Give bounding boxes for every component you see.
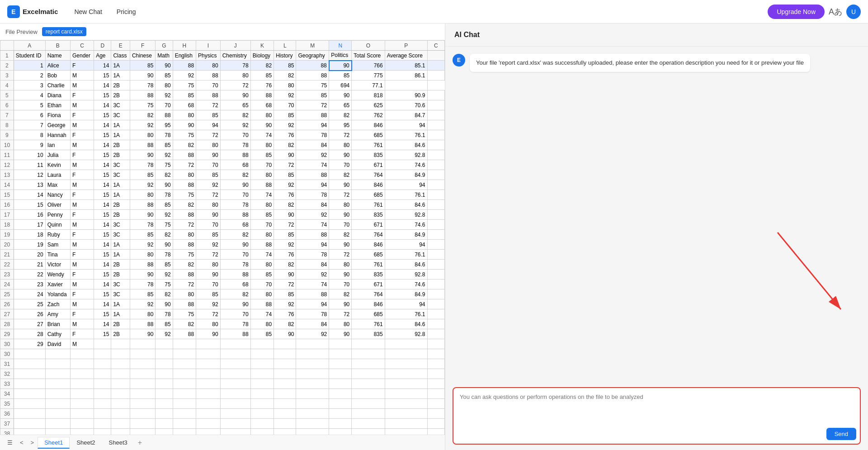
- cell-r27-c14[interactable]: 685: [352, 309, 385, 319]
- cell-r16-c2[interactable]: M: [70, 200, 94, 210]
- cell-r14-c2[interactable]: M: [70, 180, 94, 190]
- empty-cell-r36-c15[interactable]: [385, 409, 427, 419]
- cell-r27-c12[interactable]: 78: [296, 309, 329, 319]
- header-cell-11[interactable]: History: [274, 51, 296, 61]
- cell-r8-c14[interactable]: 846: [352, 120, 385, 130]
- cell-r21-c0[interactable]: 20: [14, 250, 45, 260]
- cell-r25-c9[interactable]: 82: [220, 289, 250, 299]
- cell-r5-c15[interactable]: 90.9: [385, 90, 427, 100]
- empty-cell-r37-c3[interactable]: [94, 419, 111, 429]
- empty-cell-r38-c9[interactable]: [220, 429, 250, 435]
- cell-r16-c4[interactable]: 2B: [111, 200, 130, 210]
- cell-r18-c10[interactable]: 70: [250, 220, 274, 230]
- cell-r16-c10[interactable]: 80: [250, 200, 274, 210]
- cell-r6-c12[interactable]: 72: [296, 100, 329, 110]
- empty-cell-r32-c11[interactable]: [274, 369, 296, 379]
- cell-r20-c10[interactable]: 88: [250, 240, 274, 250]
- cell-r5-c12[interactable]: 85: [296, 90, 329, 100]
- empty-cell-r33-c3[interactable]: [94, 379, 111, 389]
- cell-r9-c6[interactable]: 78: [156, 130, 173, 140]
- cell-r13-c0[interactable]: 12: [14, 170, 45, 180]
- cell-r6-c9[interactable]: 65: [220, 100, 250, 110]
- cell-r4-c6[interactable]: 80: [156, 81, 173, 90]
- cell-r10-c4[interactable]: 2B: [111, 140, 130, 150]
- cell-r25-c2[interactable]: F: [70, 289, 94, 299]
- empty-cell-r33-c15[interactable]: [385, 379, 427, 389]
- cell-r5-c7[interactable]: 85: [173, 90, 196, 100]
- empty-cell-r35-c11[interactable]: [274, 399, 296, 409]
- cell-r19-c10[interactable]: 80: [250, 230, 274, 240]
- empty-cell-r31-c2[interactable]: [70, 359, 94, 369]
- empty-cell-r37-c2[interactable]: [70, 419, 94, 429]
- header-cell-14[interactable]: Total Score: [352, 51, 385, 61]
- empty-cell-r33-c11[interactable]: [274, 379, 296, 389]
- cell-r7-c1[interactable]: Fiona: [45, 110, 70, 120]
- empty-cell-r31-c0[interactable]: [14, 359, 45, 369]
- cell-r28-c13[interactable]: 80: [329, 319, 352, 329]
- cell-r2-c11[interactable]: 85: [274, 61, 296, 71]
- empty-cell-r38-c11[interactable]: [274, 429, 296, 435]
- cell-r8-c6[interactable]: 95: [156, 120, 173, 130]
- cell-r12-c0[interactable]: 11: [14, 160, 45, 170]
- cell-r2-c10[interactable]: 82: [250, 61, 274, 71]
- cell-r30-c0[interactable]: 29: [14, 339, 45, 349]
- cell-r12-c15[interactable]: 74.6: [385, 160, 427, 170]
- empty-cell-r36-c10[interactable]: [250, 409, 274, 419]
- cell-r22-c7[interactable]: 82: [173, 260, 196, 270]
- cell-r22-c5[interactable]: 88: [130, 260, 155, 270]
- cell-r26-c0[interactable]: 25: [14, 299, 45, 309]
- empty-cell-r31-c3[interactable]: [94, 359, 111, 369]
- empty-cell-r34-c0[interactable]: [14, 389, 45, 399]
- cell-r10-c10[interactable]: 80: [250, 140, 274, 150]
- cell-r2-c6[interactable]: 90: [156, 61, 173, 71]
- cell-r25-c12[interactable]: 88: [296, 289, 329, 299]
- cell-r24-c9[interactable]: 68: [220, 279, 250, 289]
- cell-r5-c10[interactable]: 88: [250, 90, 274, 100]
- cell-r22-c1[interactable]: Victor: [45, 260, 70, 270]
- empty-cell-r34-c10[interactable]: [250, 389, 274, 399]
- empty-cell-r38-c0[interactable]: [14, 429, 45, 435]
- cell-r22-c4[interactable]: 2B: [111, 260, 130, 270]
- header-cell-6[interactable]: Math: [156, 51, 173, 61]
- cell-r14-c12[interactable]: 94: [296, 180, 329, 190]
- cell-r28-c2[interactable]: M: [70, 319, 94, 329]
- cell-r7-c16[interactable]: [427, 110, 444, 120]
- empty-cell-r37-c10[interactable]: [250, 419, 274, 429]
- cell-r24-c15[interactable]: 74.6: [385, 279, 427, 289]
- cell-r24-c7[interactable]: 72: [173, 279, 196, 289]
- cell-r30-c10[interactable]: [250, 339, 274, 349]
- cell-r23-c0[interactable]: 22: [14, 270, 45, 279]
- cell-r25-c14[interactable]: 764: [352, 289, 385, 299]
- cell-r10-c2[interactable]: M: [70, 140, 94, 150]
- cell-r13-c2[interactable]: F: [70, 170, 94, 180]
- cell-r12-c10[interactable]: 70: [250, 160, 274, 170]
- header-cell-12[interactable]: Geography: [296, 51, 329, 61]
- cell-r10-c3[interactable]: 14: [94, 140, 111, 150]
- cell-r8-c5[interactable]: 92: [130, 120, 155, 130]
- cell-r25-c0[interactable]: 24: [14, 289, 45, 299]
- cell-r7-c0[interactable]: 6: [14, 110, 45, 120]
- cell-r20-c5[interactable]: 92: [130, 240, 155, 250]
- empty-cell-r37-c11[interactable]: [274, 419, 296, 429]
- cell-r21-c11[interactable]: 76: [274, 250, 296, 260]
- cell-r2-c15[interactable]: 85.1: [385, 61, 427, 71]
- cell-r7-c14[interactable]: 762: [352, 110, 385, 120]
- cell-r19-c5[interactable]: 85: [130, 230, 155, 240]
- empty-cell-r32-c7[interactable]: [173, 369, 196, 379]
- cell-r30-c2[interactable]: M: [70, 339, 94, 349]
- empty-cell-r31-c16[interactable]: [427, 359, 444, 369]
- cell-r4-c11[interactable]: 80: [274, 81, 296, 90]
- cell-r23-c1[interactable]: Wendy: [45, 270, 70, 279]
- cell-r16-c14[interactable]: 761: [352, 200, 385, 210]
- cell-r5-c16[interactable]: [427, 90, 444, 100]
- cell-r7-c11[interactable]: 85: [274, 110, 296, 120]
- header-cell-3[interactable]: Age: [94, 51, 111, 61]
- cell-r22-c10[interactable]: 80: [250, 260, 274, 270]
- cell-r13-c7[interactable]: 80: [173, 170, 196, 180]
- cell-r28-c16[interactable]: [427, 319, 444, 329]
- cell-r26-c11[interactable]: 92: [274, 299, 296, 309]
- cell-r17-c3[interactable]: 15: [94, 210, 111, 220]
- cell-r16-c15[interactable]: 84.6: [385, 200, 427, 210]
- empty-cell-r34-c12[interactable]: [296, 389, 329, 399]
- cell-r3-c12[interactable]: 88: [296, 71, 329, 81]
